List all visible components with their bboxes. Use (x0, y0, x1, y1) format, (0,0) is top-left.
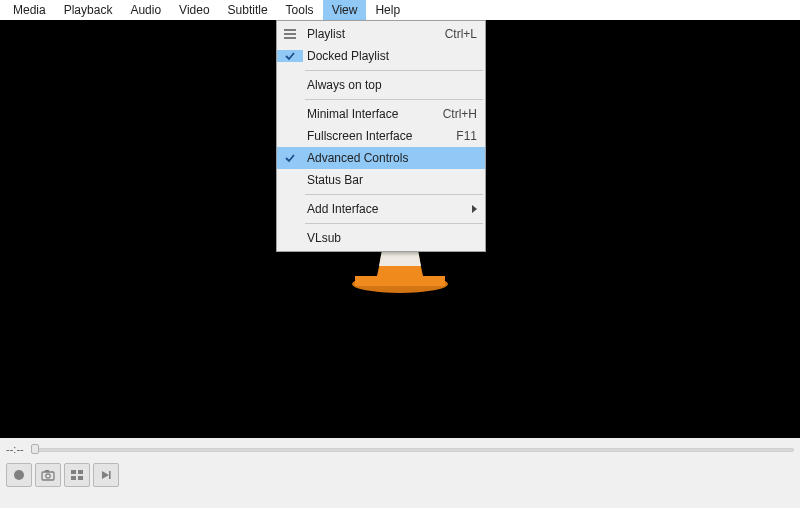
menu-media[interactable]: Media (4, 0, 55, 20)
menu-item-shortcut: F11 (450, 129, 477, 143)
svg-rect-18 (109, 471, 111, 479)
menu-separator (305, 99, 483, 100)
menu-playback[interactable]: Playback (55, 0, 122, 20)
seek-track (32, 448, 794, 452)
seek-bar-row: --:-- (0, 438, 800, 460)
menu-item-label: Always on top (303, 78, 477, 92)
menu-separator (305, 223, 483, 224)
menu-item-label: Minimal Interface (303, 107, 437, 121)
seek-thumb[interactable] (31, 444, 39, 454)
record-icon (13, 469, 25, 481)
menu-item-add-interface[interactable]: Add Interface (277, 198, 485, 220)
menu-tools[interactable]: Tools (277, 0, 323, 20)
svg-rect-15 (71, 476, 76, 480)
snapshot-button[interactable] (35, 463, 61, 487)
svg-rect-12 (45, 470, 49, 472)
svg-marker-17 (102, 471, 109, 479)
menu-video[interactable]: Video (170, 0, 218, 20)
menu-item-fullscreen-interface[interactable]: Fullscreen Interface F11 (277, 125, 485, 147)
time-elapsed: --:-- (6, 443, 24, 455)
menu-view[interactable]: View (323, 0, 367, 20)
menu-item-docked-playlist[interactable]: Docked Playlist (277, 45, 485, 67)
submenu-arrow-icon (472, 205, 477, 213)
view-dropdown: Playlist Ctrl+L Docked Playlist Always o… (276, 20, 486, 252)
menu-subtitle[interactable]: Subtitle (219, 0, 277, 20)
menu-item-playlist[interactable]: Playlist Ctrl+L (277, 23, 485, 45)
menu-item-advanced-controls[interactable]: Advanced Controls (277, 147, 485, 169)
svg-rect-13 (71, 470, 76, 474)
svg-rect-14 (78, 470, 83, 474)
advanced-controls-toolbar (0, 460, 800, 490)
playlist-icon (277, 28, 303, 40)
menu-item-shortcut: Ctrl+H (437, 107, 477, 121)
menu-separator (305, 194, 483, 195)
menu-help[interactable]: Help (366, 0, 409, 20)
loop-ab-button[interactable] (64, 463, 90, 487)
menu-item-label: Status Bar (303, 173, 477, 187)
menu-item-status-bar[interactable]: Status Bar (277, 169, 485, 191)
loop-ab-icon (70, 469, 84, 481)
record-button[interactable] (6, 463, 32, 487)
menu-item-label: Docked Playlist (303, 49, 477, 63)
svg-rect-1 (355, 276, 445, 286)
seek-slider[interactable] (32, 446, 794, 452)
frame-step-icon (100, 469, 112, 481)
menu-item-always-on-top[interactable]: Always on top (277, 74, 485, 96)
camera-icon (41, 469, 55, 481)
menu-item-label: Playlist (303, 27, 439, 41)
menu-item-vlsub[interactable]: VLsub (277, 227, 485, 249)
menu-audio[interactable]: Audio (121, 0, 170, 20)
svg-point-9 (14, 470, 24, 480)
check-icon (277, 50, 303, 62)
check-icon (277, 152, 303, 164)
frame-step-button[interactable] (93, 463, 119, 487)
svg-point-11 (46, 474, 50, 478)
menu-item-label: VLsub (303, 231, 477, 245)
menu-item-label: Advanced Controls (303, 151, 477, 165)
menu-item-shortcut: Ctrl+L (439, 27, 477, 41)
svg-rect-16 (78, 476, 83, 480)
menu-item-label: Fullscreen Interface (303, 129, 450, 143)
menubar: Media Playback Audio Video Subtitle Tool… (0, 0, 800, 20)
menu-item-minimal-interface[interactable]: Minimal Interface Ctrl+H (277, 103, 485, 125)
menu-separator (305, 70, 483, 71)
menu-item-label: Add Interface (303, 202, 472, 216)
